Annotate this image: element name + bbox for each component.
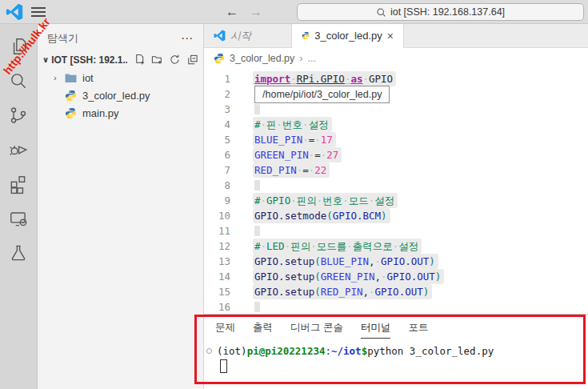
activity-bar — [0, 24, 38, 389]
tree-item-label: main.py — [82, 107, 119, 119]
more-actions-icon[interactable]: ⋯ — [181, 31, 194, 46]
code-line[interactable]: 7RED_PIN·=·22 — [204, 162, 588, 178]
line-number: 9 — [204, 193, 240, 208]
code-line[interactable]: 11 — [204, 223, 588, 239]
workspace-section-header[interactable]: ∨ IOT [SSH: 192.1... — [38, 50, 203, 69]
breadcrumb: 3_color_led.py › ... — [204, 48, 588, 69]
line-number: 12 — [204, 239, 240, 254]
testing-icon[interactable] — [6, 240, 31, 266]
code-line[interactable]: 14GPIO.setup(GREEN_PIN,·GPIO.OUT) — [204, 269, 588, 284]
vscode-logo-icon — [6, 3, 23, 21]
code-line[interactable]: 9#·GPIO·핀의·번호·모드·설정 — [204, 193, 588, 208]
workspace-name: IOT [SSH: 192.1... — [51, 54, 127, 66]
python-file-icon — [214, 53, 225, 64]
folder-icon — [65, 73, 77, 83]
search-sidebar-icon[interactable] — [6, 68, 31, 94]
terminal-prompt-symbol: $ — [362, 345, 368, 357]
terminal-command: python 3_color_led.py — [367, 345, 494, 357]
terminal-path: ~/iot — [331, 345, 362, 357]
tab-label: 시작 — [230, 29, 251, 43]
tree-item-file-3-color-led[interactable]: 3_color_led.py — [38, 86, 203, 104]
code-line[interactable]: 15GPIO.setup(RED_PIN,·GPIO.OUT) — [204, 284, 588, 299]
explorer-icon[interactable] — [6, 34, 31, 59]
explorer-sidebar: 탐색기 ⋯ ∨ IOT [SSH: 192.1... › iot — [38, 24, 204, 389]
line-number: 14 — [204, 269, 240, 284]
terminal-cursor — [220, 359, 227, 373]
chevron-right-icon: › — [299, 53, 302, 64]
line-number: 13 — [204, 254, 240, 269]
line-number: 8 — [204, 178, 240, 193]
editor-tab-bar: 시작 3_color_led.py × — [204, 24, 588, 48]
line-number: 1 — [204, 71, 240, 86]
code-line[interactable]: 16 — [204, 299, 588, 314]
command-center-search[interactable]: iot [SSH: 192.168.137.64] — [297, 3, 584, 21]
collapse-all-icon[interactable] — [186, 54, 198, 66]
python-file-icon — [65, 107, 77, 119]
title-bar: ← → iot [SSH: 192.168.137.64] — [0, 0, 588, 24]
new-file-icon[interactable] — [134, 54, 146, 66]
forward-icon[interactable]: → — [246, 2, 266, 22]
search-value: iot [SSH: 192.168.137.64] — [390, 6, 505, 18]
code-line[interactable]: 1import·RPi.GPIO·as·GPIO — [204, 71, 588, 86]
tree-item-file-main[interactable]: main.py — [38, 104, 203, 122]
explorer-title: 탐색기 — [47, 31, 78, 46]
panel-tab-bar: 문제 출력 디버그 콘솔 터미널 포트 — [204, 315, 588, 343]
breadcrumb-file[interactable]: 3_color_led.py — [230, 53, 294, 64]
code-line[interactable]: 8 — [204, 178, 588, 193]
python-tab-icon — [302, 30, 310, 42]
line-number: 10 — [204, 208, 240, 223]
code-line[interactable]: 5BLUE_PIN·=·17 — [204, 132, 588, 147]
terminal[interactable]: (iot) pi@pi20221234 : ~/iot $ python 3_c… — [204, 343, 588, 375]
code-line[interactable]: 3 — [204, 102, 588, 117]
code-line[interactable]: 6GREEN_PIN·=·27 — [204, 147, 588, 162]
bottom-panel: 문제 출력 디버그 콘솔 터미널 포트 (iot) pi@pi20221234 … — [204, 314, 588, 389]
code-line[interactable]: 13GPIO.setup(BLUE_PIN,·GPIO.OUT) — [204, 254, 588, 269]
tree-item-label: 3_color_led.py — [82, 90, 150, 102]
editor-area: 시작 3_color_led.py × 3_color_led.py › ...… — [204, 24, 588, 389]
vscode-tab-icon — [214, 30, 226, 42]
refresh-icon[interactable] — [169, 54, 181, 66]
new-folder-icon[interactable] — [151, 54, 163, 66]
close-icon[interactable]: × — [387, 30, 394, 42]
tab-label: 3_color_led.py — [314, 30, 382, 42]
run-debug-icon[interactable] — [6, 137, 31, 162]
tab-3-color-led[interactable]: 3_color_led.py × — [292, 24, 404, 48]
terminal-colon: : — [325, 345, 331, 357]
panel-tab-problems[interactable]: 문제 — [215, 321, 235, 339]
tab-start[interactable]: 시작 — [204, 24, 292, 47]
extensions-icon[interactable] — [6, 171, 31, 197]
line-number: 15 — [204, 284, 240, 299]
terminal-user: pi@pi20221234 — [247, 345, 326, 357]
code-line[interactable]: 12#·LED·핀의·모드를·출력으로·설정 — [204, 239, 588, 254]
panel-tab-debug-console[interactable]: 디버그 콘솔 — [290, 321, 343, 339]
line-number: 11 — [204, 223, 240, 239]
panel-tab-terminal[interactable]: 터미널 — [361, 321, 391, 339]
python-file-icon — [65, 90, 77, 102]
tree-item-label: iot — [82, 72, 94, 84]
terminal-decoration-icon — [206, 348, 212, 354]
search-icon — [376, 7, 386, 18]
tree-item-folder-iot[interactable]: › iot — [38, 69, 203, 86]
source-control-icon[interactable] — [6, 102, 31, 128]
line-number: 6 — [204, 147, 240, 162]
chevron-down-icon: ∨ — [42, 55, 49, 64]
code-editor[interactable]: 1import·RPi.GPIO·as·GPIO234#·핀·번호·설정5BLU… — [204, 69, 588, 314]
code-line[interactable]: 10GPIO.setmode(GPIO.BCM) — [204, 208, 588, 223]
chevron-right-icon: › — [54, 73, 65, 82]
menu-icon[interactable] — [31, 7, 46, 17]
back-icon[interactable]: ← — [222, 2, 242, 22]
line-number: 4 — [204, 117, 240, 132]
panel-tab-output[interactable]: 출력 — [253, 321, 273, 339]
hover-tooltip: /home/pi/iot/3_color_led.py — [254, 86, 390, 103]
line-number: 2 — [204, 86, 240, 102]
remote-explorer-icon[interactable] — [6, 206, 31, 231]
line-number: 16 — [204, 299, 240, 314]
breadcrumb-more[interactable]: ... — [307, 53, 315, 64]
line-number: 5 — [204, 132, 240, 147]
line-number: 3 — [204, 102, 240, 117]
line-number: 7 — [204, 162, 240, 178]
vscode-window: ← → iot [SSH: 192.168.137.64] — [0, 0, 588, 389]
terminal-venv: (iot) — [217, 345, 247, 357]
panel-tab-ports[interactable]: 포트 — [408, 321, 428, 339]
code-line[interactable]: 4#·핀·번호·설정 — [204, 117, 588, 132]
